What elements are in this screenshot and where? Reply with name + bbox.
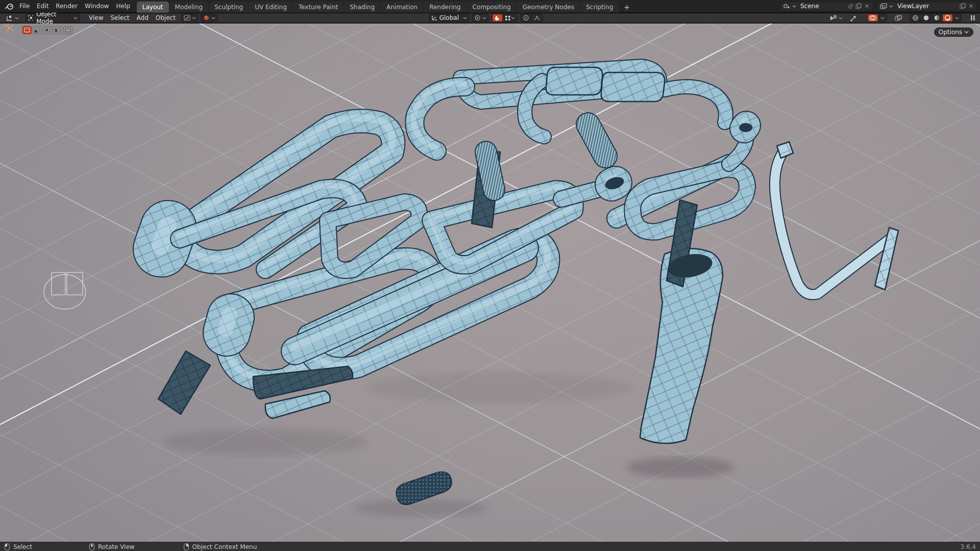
select-mode-set-button[interactable] [22, 26, 32, 34]
xray-toggle[interactable] [892, 14, 904, 22]
tab-modeling[interactable]: Modeling [169, 2, 209, 13]
add-workspace-button[interactable]: + [619, 2, 634, 13]
options-label: Options [939, 29, 962, 36]
viewport-3d[interactable]: Options [0, 23, 980, 542]
menu-file[interactable]: File [16, 0, 33, 13]
viewport-options-button[interactable]: Options [934, 28, 973, 37]
active-tool-dropdown[interactable] [181, 14, 199, 22]
view-layer-icon [880, 3, 887, 9]
proportional-editing-toggle[interactable] [521, 14, 531, 21]
shading-dropdown[interactable] [953, 14, 961, 21]
snapping-group [492, 14, 518, 22]
status-hint-select: Select [5, 543, 32, 550]
menu-render[interactable]: Render [52, 0, 81, 13]
transform-orientation-dropdown[interactable]: Global [429, 14, 470, 22]
viewport-canvas[interactable] [0, 23, 980, 542]
object-visibility-dropdown[interactable] [827, 14, 845, 22]
pin-icon[interactable] [848, 4, 853, 9]
menu-object[interactable]: Object [152, 14, 179, 21]
editor-type-button[interactable] [3, 14, 21, 22]
status-hint-label: Rotate View [98, 543, 135, 550]
tab-animation[interactable]: Animation [381, 2, 423, 13]
status-hint-label: Select [13, 543, 32, 550]
show-overlays-toggle[interactable] [868, 14, 878, 21]
gizmo-arrow-icon [850, 15, 857, 21]
scene-selector[interactable]: Scene ✕ [780, 2, 873, 11]
chevron-down-icon [482, 17, 486, 19]
show-gizmo-dropdown[interactable] [847, 14, 860, 22]
proportional-falloff-dropdown[interactable] [532, 14, 542, 21]
blender-window: Options File Edit Render Window Help Lay… [0, 0, 980, 551]
mode-label: Object Mode [35, 11, 70, 25]
blender-version: 3.6.4 [960, 543, 976, 550]
tab-sculpting[interactable]: Sculpting [209, 2, 249, 13]
shading-material-icon [934, 15, 940, 21]
view-layer-selector[interactable]: ViewLayer ✕ [877, 2, 977, 11]
chevron-down-icon [211, 17, 215, 19]
region-toggle-button[interactable] [968, 14, 978, 22]
close-icon[interactable]: ✕ [864, 3, 870, 10]
orientation-label: Global [438, 14, 460, 21]
chevron-down-icon [192, 17, 196, 19]
mode-selector[interactable]: Object Mode [26, 14, 80, 22]
menu-add[interactable]: Add [133, 14, 152, 21]
editor-3d-viewport-icon [6, 15, 13, 21]
gizmo-fragment-icon [3, 23, 21, 37]
proportional-edit-group [520, 14, 543, 22]
viewport-display-group [825, 14, 979, 22]
shading-wireframe-button[interactable] [911, 14, 920, 21]
select-mode-subtract-button[interactable] [43, 26, 52, 34]
topbar: File Edit Render Window Help Layout Mode… [0, 0, 980, 13]
brush-falloff-dropdown[interactable] [201, 14, 218, 22]
transform-snap-group: Global [427, 14, 543, 22]
shading-solid-button[interactable] [921, 14, 931, 21]
chevron-down-icon [463, 17, 467, 19]
select-mode-invert-button[interactable] [53, 26, 62, 34]
chevron-down-icon [880, 17, 885, 19]
close-icon[interactable]: ✕ [968, 3, 974, 10]
tab-shading[interactable]: Shading [344, 2, 380, 13]
tab-rendering[interactable]: Rendering [424, 2, 466, 13]
snap-increment-icon [505, 15, 511, 21]
blender-logo-icon[interactable] [5, 3, 14, 10]
duplicate-icon[interactable] [855, 3, 862, 9]
status-hint-label: Object Context Menu [192, 543, 257, 550]
select-mode-intersect-button[interactable] [63, 26, 72, 34]
shading-solid-icon [923, 15, 929, 21]
chevron-down-icon [792, 5, 796, 8]
tab-compositing[interactable]: Compositing [467, 2, 516, 13]
duplicate-icon[interactable] [960, 3, 966, 9]
tab-uv-editing[interactable]: UV Editing [249, 2, 292, 13]
pivot-point-icon [474, 15, 481, 21]
menu-view[interactable]: View [85, 14, 107, 21]
orientation-axes-icon [431, 15, 437, 21]
object-mode-icon [28, 15, 33, 21]
shading-rendered-button[interactable] [943, 14, 952, 21]
tab-texture-paint[interactable]: Texture Paint [293, 2, 344, 13]
menu-edit[interactable]: Edit [33, 0, 52, 13]
tab-scripting[interactable]: Scripting [580, 2, 619, 13]
scene-layer-selectors: Scene ✕ ViewLayer [780, 2, 977, 11]
tweak-tool-icon [184, 15, 190, 21]
empty-object-wireframe[interactable] [44, 272, 86, 309]
menu-select[interactable]: Select [107, 14, 133, 21]
view-layer-name: ViewLayer [895, 3, 931, 10]
visibility-pointer-icon [829, 15, 837, 21]
overlays-dropdown[interactable] [879, 14, 886, 21]
shading-material-button[interactable] [932, 14, 942, 21]
snap-toggle[interactable] [493, 14, 502, 21]
tab-geometry-nodes[interactable]: Geometry Nodes [517, 2, 580, 13]
chevron-down-icon [511, 17, 515, 19]
overlays-icon [869, 15, 876, 21]
chevron-down-icon [889, 5, 893, 8]
select-mode-extend-button[interactable] [33, 26, 42, 34]
overlays-group [867, 14, 887, 22]
pivot-point-dropdown[interactable] [472, 14, 489, 22]
tab-layout[interactable]: Layout [137, 2, 169, 13]
scene-icon [783, 3, 790, 9]
menu-window[interactable]: Window [81, 0, 112, 13]
right-mouse-icon [184, 543, 189, 550]
snap-settings-dropdown[interactable] [503, 14, 517, 21]
middle-mouse-icon [89, 543, 94, 550]
menu-help[interactable]: Help [112, 0, 133, 13]
